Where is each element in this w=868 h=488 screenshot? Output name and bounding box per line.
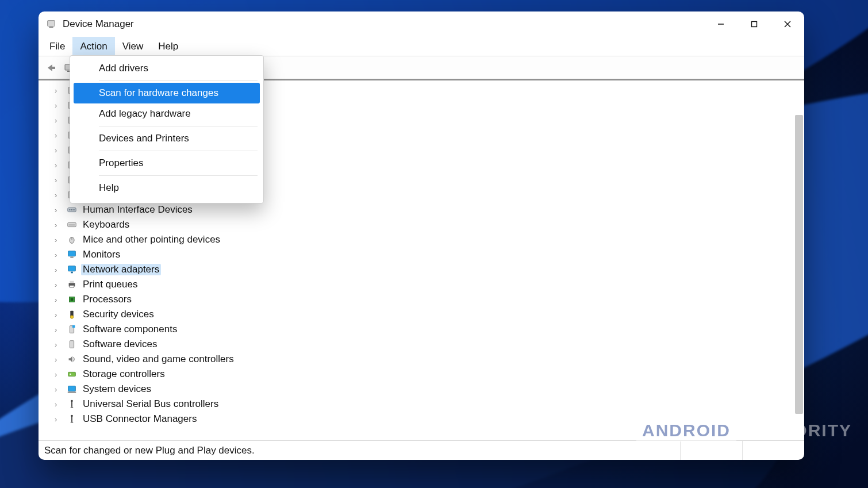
menu-action[interactable]: Action: [72, 37, 114, 56]
scrollbar-thumb[interactable]: [795, 115, 803, 414]
usb-icon: [66, 413, 78, 425]
tree-node-label: Network adapters: [81, 264, 161, 275]
hid-icon: [66, 204, 78, 216]
minimize-button[interactable]: [704, 11, 738, 37]
expand-chevron-icon[interactable]: ›: [55, 325, 63, 334]
toolbar-back-button[interactable]: [43, 60, 59, 76]
tree-node-label: Mice and other pointing devices: [81, 234, 222, 245]
svg-rect-32: [70, 286, 74, 288]
sound-icon: [66, 353, 78, 365]
expand-chevron-icon[interactable]: ›: [55, 191, 63, 199]
statusbar-text: Scan for changed or new Plug and Play de…: [44, 445, 255, 456]
tree-node[interactable]: ›Network adapters: [52, 262, 794, 277]
expand-chevron-icon[interactable]: ›: [55, 340, 63, 349]
expand-chevron-icon[interactable]: ›: [55, 131, 63, 140]
tree-node[interactable]: ›Universal Serial Bus controllers: [52, 397, 794, 412]
tree-node[interactable]: ›Sound, video and game controllers: [52, 352, 794, 367]
mouse-icon: [66, 234, 78, 245]
svg-rect-26: [68, 251, 76, 256]
expand-chevron-icon[interactable]: ›: [55, 355, 63, 364]
svg-point-19: [71, 209, 72, 210]
action-menu-dropdown: Add drivers Scan for hardware changes Ad…: [70, 55, 264, 203]
menu-devices-printers[interactable]: Devices and Printers: [74, 128, 260, 149]
menu-properties[interactable]: Properties: [74, 153, 260, 174]
svg-rect-27: [70, 257, 73, 258]
tree-node[interactable]: ›Print queues: [52, 277, 794, 292]
tree-node-label: Security devices: [81, 309, 156, 320]
tree-node-label: USB Connector Managers: [81, 413, 198, 425]
tree-node[interactable]: ›Human Interface Devices: [52, 202, 794, 217]
software-dev-icon: [66, 339, 78, 350]
menu-context-help[interactable]: Help: [74, 178, 260, 198]
close-button[interactable]: [771, 11, 804, 37]
expand-chevron-icon[interactable]: ›: [55, 86, 63, 95]
device-manager-window: Device Manager File Action View Help Add…: [39, 11, 804, 460]
menu-view[interactable]: View: [115, 37, 151, 56]
tree-node-label: Monitors: [81, 249, 122, 260]
cpu-icon: [66, 294, 78, 305]
expand-chevron-icon[interactable]: ›: [55, 116, 63, 125]
expand-chevron-icon[interactable]: ›: [55, 400, 63, 409]
expand-chevron-icon[interactable]: ›: [55, 280, 63, 289]
tree-node[interactable]: ›Storage controllers: [52, 367, 794, 382]
svg-rect-45: [71, 402, 72, 406]
tree-node[interactable]: ›Security devices: [52, 307, 794, 322]
tree-node-label: System devices: [81, 383, 153, 395]
svg-rect-43: [68, 392, 76, 393]
tree-node[interactable]: ›Keyboards: [52, 217, 794, 232]
app-icon: [45, 18, 57, 30]
svg-point-36: [70, 316, 73, 318]
tree-node[interactable]: ›Monitors: [52, 247, 794, 262]
menu-separator: [99, 151, 258, 151]
menu-help[interactable]: Help: [151, 37, 186, 56]
vertical-scrollbar[interactable]: [794, 80, 804, 440]
tree-node-label: Universal Serial Bus controllers: [81, 398, 220, 410]
expand-chevron-icon[interactable]: ›: [55, 101, 63, 110]
menu-file[interactable]: File: [42, 37, 72, 56]
svg-rect-28: [68, 266, 76, 271]
expand-chevron-icon[interactable]: ›: [55, 415, 63, 424]
svg-rect-0: [48, 21, 55, 26]
expand-chevron-icon[interactable]: ›: [55, 385, 63, 394]
expand-chevron-icon[interactable]: ›: [55, 161, 63, 170]
menu-add-legacy[interactable]: Add legacy hardware: [74, 103, 260, 124]
expand-chevron-icon[interactable]: ›: [55, 221, 63, 229]
menu-separator: [99, 175, 258, 176]
titlebar[interactable]: Device Manager: [39, 11, 804, 37]
tree-node[interactable]: ›Software devices: [52, 337, 794, 352]
tree-node-label: Keyboards: [81, 219, 131, 230]
tree-node[interactable]: ›System devices: [52, 382, 794, 397]
svg-rect-3: [752, 22, 757, 27]
svg-rect-40: [68, 372, 76, 376]
tree-node-label: Print queues: [81, 279, 139, 290]
tree-node-label: Software components: [81, 324, 179, 335]
expand-chevron-icon[interactable]: ›: [55, 146, 63, 155]
maximize-button[interactable]: [738, 11, 771, 37]
expand-chevron-icon[interactable]: ›: [55, 310, 63, 319]
expand-chevron-icon[interactable]: ›: [55, 206, 63, 214]
menu-add-drivers[interactable]: Add drivers: [74, 58, 260, 79]
tree-node[interactable]: ›Mice and other pointing devices: [52, 232, 794, 247]
svg-rect-31: [70, 281, 74, 283]
svg-rect-1: [49, 27, 53, 28]
svg-rect-29: [71, 272, 73, 274]
svg-rect-21: [68, 222, 76, 226]
expand-chevron-icon[interactable]: ›: [55, 295, 63, 304]
menu-scan-hardware[interactable]: Scan for hardware changes: [74, 83, 260, 103]
tree-node[interactable]: ›Processors: [52, 292, 794, 307]
expand-chevron-icon[interactable]: ›: [55, 176, 63, 185]
expand-chevron-icon[interactable]: ›: [55, 370, 63, 379]
tree-node[interactable]: ›Software components: [52, 322, 794, 337]
monitor-icon: [66, 249, 78, 260]
storage-icon: [66, 368, 78, 380]
svg-rect-34: [71, 298, 74, 301]
svg-rect-42: [68, 386, 76, 391]
expand-chevron-icon[interactable]: ›: [55, 236, 63, 244]
software-comp-icon: [66, 324, 78, 335]
svg-rect-6: [52, 67, 55, 69]
keyboard-icon: [66, 219, 78, 230]
expand-chevron-icon[interactable]: ›: [55, 266, 63, 274]
network-icon: [66, 264, 78, 275]
svg-rect-39: [70, 341, 74, 348]
expand-chevron-icon[interactable]: ›: [55, 251, 63, 259]
